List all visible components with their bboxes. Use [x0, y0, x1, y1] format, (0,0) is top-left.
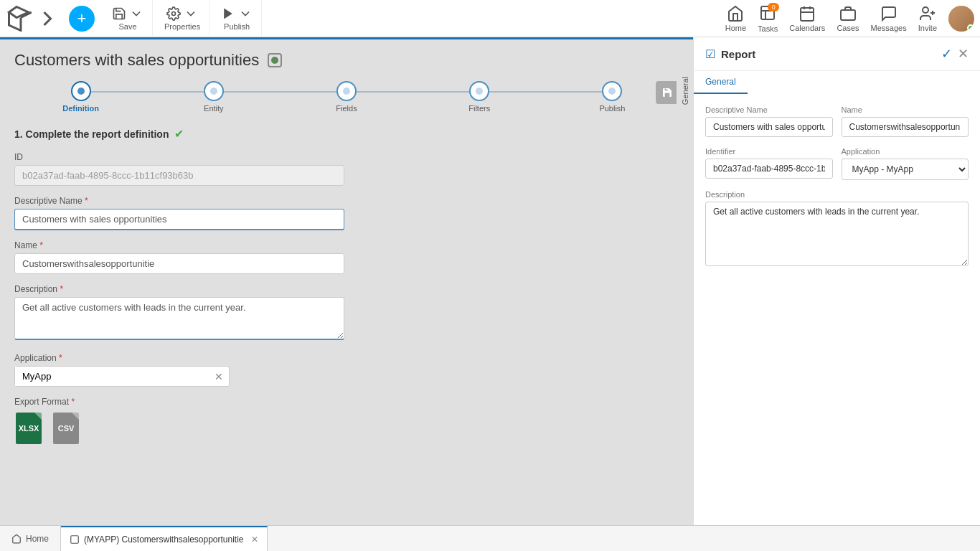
calendars-nav-label: Calendars	[789, 24, 825, 32]
panel-close-button[interactable]: ✕	[958, 46, 969, 62]
toolbar-left: + Save	[6, 0, 262, 37]
nav-messages[interactable]: Messages	[871, 5, 907, 32]
panel-confirm-button[interactable]: ✓	[941, 46, 952, 62]
panel-description-label: Description	[705, 190, 969, 199]
step-label-publish: Publish	[599, 104, 625, 113]
form-group-id: ID	[14, 152, 344, 186]
nav-calendars[interactable]: Calendars	[789, 5, 825, 32]
wizard-step-fields[interactable]: Fields	[280, 81, 413, 113]
publish-icon-wrap	[221, 6, 253, 21]
bottom-active-tab[interactable]: (MYAPP) Customerswithsalesopportunitie ✕	[61, 526, 268, 551]
step-label-entity: Entity	[204, 104, 224, 113]
add-button[interactable]: +	[69, 6, 95, 32]
panel-description-textarea[interactable]	[705, 202, 969, 266]
description-label: Description *	[14, 284, 344, 294]
nav-invite[interactable]: Invite	[918, 5, 937, 32]
toolbar: + Save	[0, 0, 980, 37]
form-group-description: Description *	[14, 284, 344, 343]
csv-file-corner	[72, 413, 79, 420]
avatar[interactable]	[948, 6, 974, 32]
form-section: 1. Complete the report definition ✔ ID D…	[0, 113, 693, 468]
application-input[interactable]	[15, 367, 209, 386]
wizard-step-entity[interactable]: Entity	[147, 81, 280, 113]
form-group-application: Application * ✕	[14, 353, 344, 387]
panel-body: Descriptive Name Name Identifier Applica…	[694, 94, 980, 525]
export-xlsx-icon[interactable]: XLSX	[14, 410, 43, 444]
panel-identifier-label: Identifier	[705, 147, 833, 156]
svg-rect-9	[841, 10, 855, 20]
wizard-steps: Definition Entity Fields	[0, 70, 693, 113]
bottom-home-tab[interactable]: Home	[0, 526, 61, 551]
nav-home[interactable]: Home	[725, 5, 746, 32]
bottom-tab-close-button[interactable]: ✕	[248, 534, 258, 545]
panel-identifier-input[interactable]	[705, 159, 833, 179]
form-group-name: Name *	[14, 240, 344, 274]
form-group-descriptive-name: Descriptive Name *	[14, 196, 344, 230]
wizard-step-filters[interactable]: Filters	[413, 81, 546, 113]
panel-group-identifier: Identifier	[705, 147, 833, 180]
wizard-wrap: Definition Entity Fields	[0, 70, 693, 113]
nav-tasks[interactable]: 0 Tasks	[758, 4, 778, 33]
main-layout: Customers with sales opportunities Defin…	[0, 37, 980, 525]
panel-descriptive-name-input[interactable]	[705, 117, 833, 137]
save-action[interactable]: Save	[103, 0, 153, 37]
wizard-step-definition[interactable]: Definition	[14, 81, 147, 113]
xlsx-label: XLSX	[19, 424, 39, 433]
descriptive-name-label: Descriptive Name *	[14, 196, 344, 206]
id-label: ID	[14, 152, 344, 162]
section-check-icon: ✔	[174, 127, 184, 141]
invite-nav-label: Invite	[918, 24, 937, 32]
application-clear-button[interactable]: ✕	[209, 371, 229, 382]
online-indicator	[967, 24, 974, 32]
panel-tab-general[interactable]: General	[694, 71, 748, 94]
publish-action[interactable]: Publish	[212, 0, 262, 37]
messages-nav-label: Messages	[871, 24, 907, 32]
properties-label: Properties	[164, 22, 200, 31]
form-group-export: Export Format * XLSX CSV	[14, 397, 344, 444]
description-textarea[interactable]	[14, 297, 344, 340]
svg-rect-5	[801, 8, 814, 21]
properties-icon-wrap	[166, 6, 198, 21]
save-icon-wrap	[112, 6, 143, 21]
descriptive-name-input[interactable]	[14, 209, 344, 230]
panel-group-descriptive-name: Descriptive Name	[705, 105, 833, 137]
panel-tabs: General	[694, 71, 980, 94]
bottom-bar: Home (MYAPP) Customerswithsalesopportuni…	[0, 525, 980, 551]
panel-group-application: Application MyApp - MyApp	[842, 147, 969, 180]
panel-application-select[interactable]: MyApp - MyApp	[842, 159, 969, 180]
export-format-label: Export Format *	[14, 397, 344, 407]
panel-name-input[interactable]	[842, 117, 969, 137]
wizard-save-icon[interactable]	[656, 81, 679, 104]
panel-report-icon: ☑	[705, 47, 715, 61]
panel-actions: ✓ ✕	[941, 46, 969, 62]
back-nav-icon[interactable]	[6, 6, 32, 32]
forward-nav-icon[interactable]	[34, 6, 60, 32]
panel-group-name: Name	[842, 105, 969, 137]
panel-row-names: Descriptive Name Name	[705, 105, 969, 147]
svg-marker-1	[224, 8, 232, 19]
panel-row-id-app: Identifier Application MyApp - MyApp	[705, 147, 969, 190]
step-circle-fields	[336, 81, 357, 101]
panel-title: Report	[721, 48, 936, 60]
export-csv-icon[interactable]: CSV	[52, 410, 80, 444]
export-icons: XLSX CSV	[14, 410, 344, 444]
section-title: 1. Complete the report definition	[14, 128, 169, 140]
step-circle-entity	[204, 81, 224, 101]
properties-action[interactable]: Properties	[156, 0, 209, 37]
save-label: Save	[118, 22, 136, 31]
svg-rect-13	[71, 535, 79, 543]
application-label: Application *	[14, 353, 344, 363]
step-label-filters: Filters	[468, 104, 490, 113]
step-label-definition: Definition	[62, 104, 99, 113]
status-indicator	[268, 53, 282, 67]
panel-group-description: Description	[705, 190, 969, 269]
step-circle-publish	[602, 81, 622, 101]
bottom-home-label: Home	[26, 534, 49, 544]
name-input[interactable]	[14, 253, 344, 274]
nav-cases[interactable]: Cases	[837, 5, 859, 32]
application-input-wrap: ✕	[14, 366, 230, 387]
general-side-tab[interactable]: General	[679, 71, 691, 110]
right-panel: ☑ Report ✓ ✕ General Descriptive Name Na…	[693, 37, 980, 525]
csv-label: CSV	[58, 424, 75, 433]
id-input[interactable]	[14, 165, 344, 186]
